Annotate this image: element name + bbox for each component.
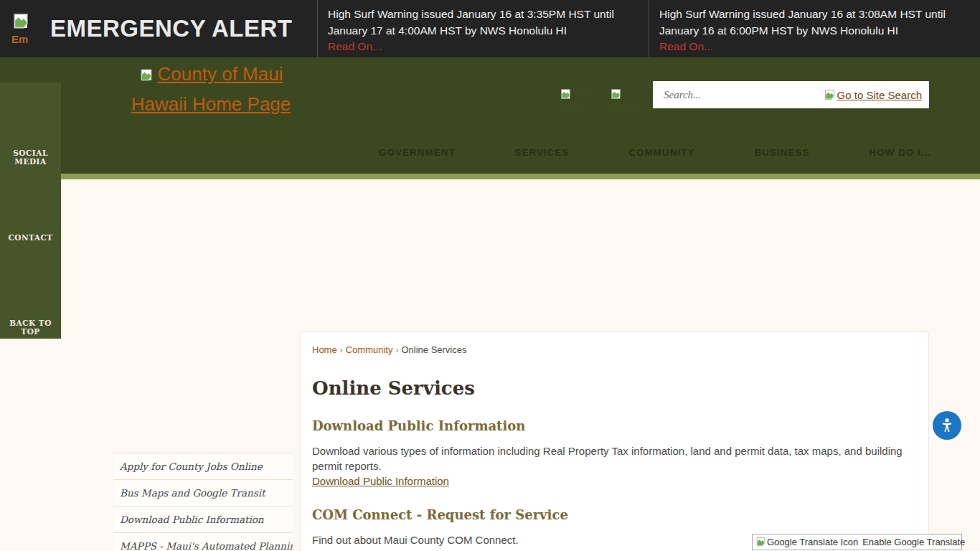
nav-item-services[interactable]: SERVICES (515, 147, 570, 158)
alert-message-2-text: High Surf Warning issued January 16 at 3… (659, 6, 969, 39)
page-title: Online Services (312, 377, 917, 399)
broken-image-icon (610, 88, 622, 100)
main-navigation: GOVERNMENT SERVICES COMMUNITY BUSINESS H… (379, 147, 931, 158)
nav-item-community[interactable]: COMMUNITY (628, 147, 694, 158)
breadcrumb: Home›Community›Online Services (312, 344, 917, 355)
home-logo-link[interactable]: County of Maui Hawaii Home Page (113, 59, 308, 119)
menu-item-download-public-information[interactable]: Download Public Information (113, 506, 293, 532)
download-public-information-link[interactable]: Download Public Information (312, 475, 449, 487)
breadcrumb-separator: › (395, 345, 398, 355)
emergency-alert-icon-alt: Em (11, 33, 30, 45)
home-logo-alt-text: County of Maui Hawaii Home Page (131, 63, 291, 115)
emergency-alert-broken-image: Em (11, 12, 43, 45)
breadcrumb-home-link[interactable]: Home (312, 344, 337, 355)
broken-image-icon (560, 88, 572, 100)
broken-image-icon (139, 68, 154, 83)
nav-item-government[interactable]: GOVERNMENT (379, 147, 456, 158)
header-accent-stripe (0, 174, 980, 179)
alert-message-1-text: High Surf Warning issued January 16 at 3… (328, 6, 637, 39)
accessibility-person-icon (938, 416, 956, 435)
broken-image-icon (824, 89, 836, 101)
breadcrumb-separator: › (340, 345, 343, 355)
menu-item-apply-for-county-jobs[interactable]: Apply for County Jobs Online (113, 453, 293, 479)
online-services-menu: Apply for County Jobs Online Bus Maps an… (113, 453, 293, 551)
content-card: Home›Community›Online Services Online Se… (300, 331, 929, 551)
rail-item-social-media[interactable]: SOCIAL MEDIA (0, 149, 61, 166)
emergency-alert-title: EMERGENCY ALERT (50, 15, 293, 42)
emergency-alert-title-block: Em EMERGENCY ALERT (0, 0, 318, 57)
google-translate-widget[interactable]: Google Translate IconEnable Google Trans… (752, 534, 962, 550)
alert-message-1-read-on-link[interactable]: Read On... (328, 39, 382, 55)
breadcrumb-community-link[interactable]: Community (346, 344, 393, 355)
left-rail: SOCIAL MEDIA CONTACT BACK TO TOP (0, 83, 61, 339)
menu-item-mapps[interactable]: MAPPS - Maui's Automated Planning (113, 532, 293, 551)
google-translate-icon-alt: Google Translate Icon (767, 537, 858, 547)
share-label: Share (610, 102, 636, 113)
site-tools-button[interactable]: Site Tools (560, 86, 604, 115)
enable-google-translate-label: Enable Google Translate (862, 537, 965, 547)
alert-message-2-read-on-link[interactable]: Read On... (659, 39, 713, 55)
broken-image-icon (11, 12, 30, 31)
search-bar: Go to Site Search (653, 81, 929, 108)
section-body-download-public-information: Download various types of information in… (312, 443, 917, 474)
nav-item-business[interactable]: BUSINESS (754, 147, 809, 158)
section-heading-com-connect: COM Connect - Request for Service (312, 507, 917, 522)
rail-item-contact[interactable]: CONTACT (0, 233, 61, 242)
alert-message-1: High Surf Warning issued January 16 at 3… (318, 0, 649, 57)
menu-item-bus-maps-google-transit[interactable]: Bus Maps and Google Transit (113, 479, 293, 506)
go-to-site-search-button[interactable]: Go to Site Search (824, 89, 922, 101)
breadcrumb-current-page: Online Services (401, 344, 466, 355)
section-heading-download-public-information: Download Public Information (312, 418, 917, 433)
go-to-site-search-label: Go to Site Search (837, 89, 922, 101)
accessibility-button[interactable] (933, 411, 961, 440)
broken-image-icon (755, 537, 766, 547)
alert-message-2: High Surf Warning issued January 16 at 3… (649, 0, 980, 57)
rail-item-back-to-top[interactable]: BACK TO TOP (0, 319, 61, 336)
share-button[interactable]: Share (610, 86, 650, 115)
search-input[interactable] (653, 89, 824, 101)
nav-item-how-do-i[interactable]: HOW DO I... (869, 147, 931, 158)
emergency-alert-bar: Em EMERGENCY ALERT High Surf Warning iss… (0, 0, 980, 57)
